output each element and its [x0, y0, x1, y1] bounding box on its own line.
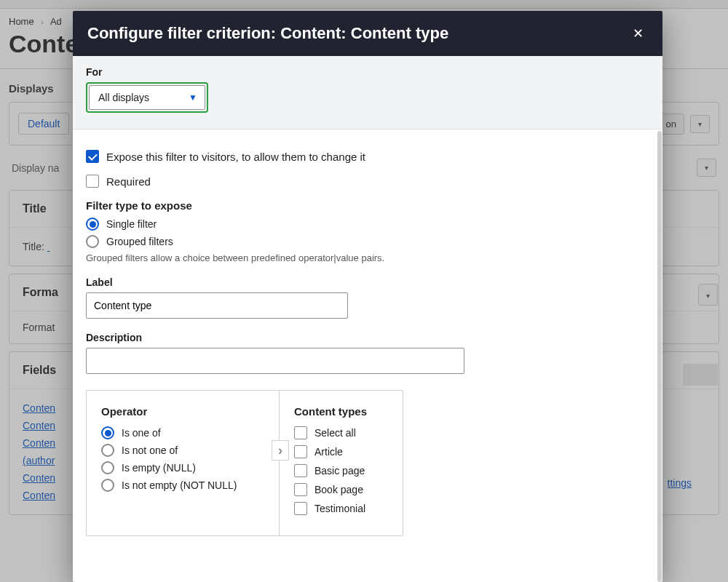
filter-type-hint: Grouped filters allow a choice between p…	[86, 252, 649, 263]
ct-select-all-checkbox[interactable]	[294, 426, 307, 439]
filter-type-grouped-row: Grouped filters	[86, 235, 649, 248]
scrollbar-thumb[interactable]	[657, 131, 662, 582]
expose-label: Expose this filter to visitors, to allow…	[106, 151, 365, 163]
chevron-right-icon: ›	[278, 443, 282, 458]
filter-type-single-radio[interactable]	[86, 218, 99, 231]
filter-type-heading: Filter type to expose	[86, 199, 649, 212]
ct-testimonial-checkbox[interactable]	[294, 502, 307, 515]
operator-option-label: Is one of	[122, 427, 161, 439]
for-select-value: All displays	[98, 92, 149, 103]
filter-type-single-row: Single filter	[86, 218, 649, 231]
filter-type-single-label: Single filter	[106, 218, 157, 230]
label-field-label: Label	[86, 276, 649, 288]
close-icon[interactable]: ✕	[628, 23, 648, 44]
operator-option-label: Is empty (NULL)	[122, 462, 196, 474]
operator-is-not-empty-radio[interactable]	[101, 479, 114, 492]
ct-option-label: Select all	[314, 427, 356, 439]
operator-is-one-of-radio[interactable]	[101, 426, 114, 439]
modal: Configure filter criterion: Content: Con…	[73, 11, 662, 582]
required-label: Required	[106, 175, 151, 188]
description-field-label: Description	[86, 332, 649, 343]
ct-book-page-checkbox[interactable]	[294, 483, 307, 496]
required-row: Required	[86, 175, 649, 188]
operator-heading: Operator	[101, 405, 264, 418]
description-input[interactable]	[86, 348, 464, 374]
operator-expand-button[interactable]: ›	[272, 440, 289, 461]
operator-column: Operator Is one of Is not one of Is empt…	[87, 391, 280, 535]
modal-body: Expose this filter to visitors, to allow…	[73, 129, 662, 582]
operator-option-label: Is not empty (NOT NULL)	[122, 479, 237, 491]
ct-article-checkbox[interactable]	[294, 445, 307, 458]
content-types-heading: Content types	[294, 405, 388, 418]
ct-option-label: Testimonial	[314, 503, 365, 514]
operator-is-not-one-of-radio[interactable]	[101, 444, 114, 457]
label-input[interactable]	[86, 292, 348, 319]
modal-title: Configure filter criterion: Content: Con…	[87, 24, 628, 43]
ct-option-label: Book page	[314, 484, 363, 495]
modal-header: Configure filter criterion: Content: Con…	[73, 11, 662, 56]
modal-for-section: For All displays ▼	[73, 56, 662, 129]
for-select-highlight: All displays ▼	[86, 82, 208, 113]
operator-option-label: Is not one of	[122, 445, 178, 456]
required-checkbox[interactable]	[86, 175, 99, 188]
for-label: For	[86, 66, 649, 78]
chevron-down-icon: ▼	[189, 92, 197, 103]
operator-box: Operator Is one of Is not one of Is empt…	[86, 390, 403, 536]
operator-is-empty-radio[interactable]	[101, 461, 114, 474]
ct-option-label: Basic page	[314, 465, 365, 477]
ct-basic-page-checkbox[interactable]	[294, 464, 307, 477]
filter-type-grouped-label: Grouped filters	[106, 236, 173, 247]
filter-type-grouped-radio[interactable]	[86, 235, 99, 248]
for-select[interactable]: All displays ▼	[89, 85, 205, 110]
ct-option-label: Article	[314, 446, 343, 458]
content-types-column: Content types Select all Article Basic p…	[280, 391, 403, 535]
expose-checkbox[interactable]	[86, 150, 99, 163]
expose-row: Expose this filter to visitors, to allow…	[86, 150, 649, 163]
